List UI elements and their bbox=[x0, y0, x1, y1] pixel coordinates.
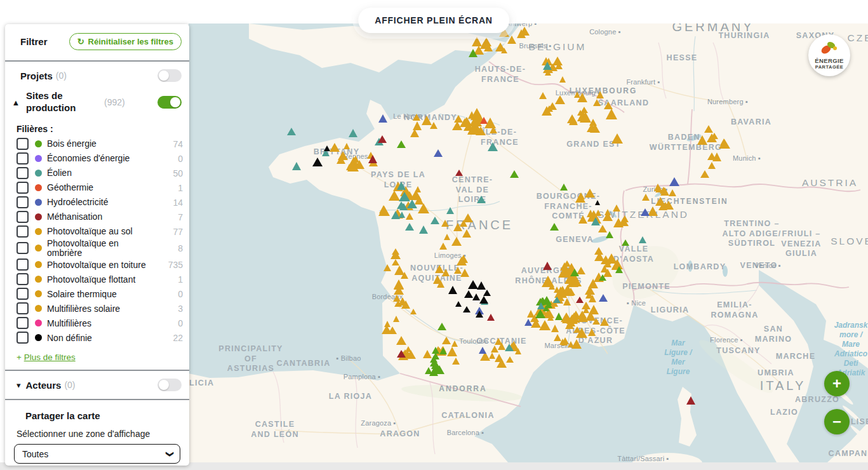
site-marker[interactable] bbox=[531, 319, 541, 328]
site-marker[interactable] bbox=[488, 142, 498, 151]
site-marker[interactable] bbox=[543, 62, 552, 70]
filiere-checkbox[interactable] bbox=[17, 152, 29, 164]
site-marker[interactable] bbox=[553, 297, 561, 303]
site-marker[interactable] bbox=[563, 298, 571, 306]
site-marker[interactable] bbox=[590, 124, 600, 133]
site-marker[interactable] bbox=[618, 217, 629, 226]
site-marker[interactable] bbox=[394, 280, 404, 290]
site-marker[interactable] bbox=[324, 145, 330, 151]
site-marker[interactable] bbox=[454, 115, 463, 123]
site-marker[interactable] bbox=[379, 205, 388, 213]
site-marker[interactable] bbox=[463, 213, 473, 222]
site-marker[interactable] bbox=[594, 247, 603, 255]
actors-row[interactable]: ▾ Acteurs (0) bbox=[5, 371, 189, 399]
site-marker[interactable] bbox=[455, 301, 462, 307]
site-marker[interactable] bbox=[611, 133, 623, 144]
site-marker[interactable] bbox=[527, 310, 535, 318]
fullscreen-button[interactable]: AFFICHER PLEIN ÉCRAN bbox=[358, 8, 509, 33]
site-marker[interactable] bbox=[596, 91, 604, 98]
site-marker[interactable] bbox=[455, 170, 463, 176]
filiere-checkbox[interactable] bbox=[17, 196, 29, 208]
site-marker[interactable] bbox=[444, 234, 450, 240]
site-marker[interactable] bbox=[397, 201, 406, 209]
filiere-row[interactable]: Photovoltaïque flottant1 bbox=[17, 272, 183, 286]
site-marker[interactable] bbox=[510, 170, 519, 178]
zoom-in-button[interactable]: + bbox=[824, 371, 850, 396]
site-marker[interactable] bbox=[435, 265, 444, 273]
site-marker[interactable] bbox=[442, 337, 451, 344]
filiere-checkbox[interactable] bbox=[17, 167, 29, 179]
site-marker[interactable] bbox=[563, 260, 571, 267]
reset-filters-button[interactable]: ↻ Réinitialiser les filtres bbox=[69, 33, 182, 50]
site-marker[interactable] bbox=[472, 293, 480, 300]
site-marker[interactable] bbox=[396, 336, 406, 345]
site-marker[interactable] bbox=[394, 265, 404, 275]
site-marker[interactable] bbox=[477, 281, 486, 290]
site-marker[interactable] bbox=[560, 184, 568, 191]
filiere-checkbox[interactable] bbox=[17, 242, 29, 254]
site-marker[interactable] bbox=[378, 114, 387, 123]
projects-toggle[interactable] bbox=[157, 69, 182, 82]
filiere-row[interactable]: Photovoltaïque au sol77 bbox=[17, 224, 183, 239]
site-marker[interactable] bbox=[397, 182, 406, 190]
site-marker[interactable] bbox=[580, 112, 591, 123]
site-marker[interactable] bbox=[577, 192, 585, 199]
site-marker[interactable] bbox=[384, 264, 391, 271]
site-marker[interactable] bbox=[606, 109, 617, 119]
site-marker[interactable] bbox=[588, 328, 596, 336]
more-filters-link[interactable]: + Plus de filtres bbox=[5, 345, 189, 362]
site-marker[interactable] bbox=[368, 155, 377, 163]
site-marker[interactable] bbox=[555, 95, 565, 104]
site-marker[interactable] bbox=[570, 269, 579, 276]
site-marker[interactable] bbox=[599, 294, 608, 302]
site-marker[interactable] bbox=[460, 269, 469, 277]
site-marker[interactable] bbox=[480, 117, 488, 124]
site-marker[interactable] bbox=[589, 295, 596, 302]
site-marker[interactable] bbox=[405, 346, 411, 352]
site-marker[interactable] bbox=[434, 149, 443, 157]
site-marker[interactable] bbox=[622, 239, 629, 246]
filiere-checkbox[interactable] bbox=[17, 302, 29, 314]
site-marker[interactable] bbox=[517, 29, 526, 38]
site-marker[interactable] bbox=[708, 162, 716, 169]
site-marker[interactable] bbox=[418, 203, 429, 213]
site-marker[interactable] bbox=[419, 225, 428, 234]
site-marker[interactable] bbox=[469, 49, 477, 57]
site-marker[interactable] bbox=[505, 344, 514, 351]
site-marker[interactable] bbox=[405, 223, 414, 231]
site-marker[interactable] bbox=[391, 250, 401, 259]
site-marker[interactable] bbox=[543, 262, 552, 270]
site-marker[interactable] bbox=[654, 184, 662, 191]
filiere-row[interactable]: Éolien50 bbox=[17, 166, 183, 180]
site-marker[interactable] bbox=[697, 135, 707, 145]
site-marker[interactable] bbox=[398, 297, 407, 306]
site-marker[interactable] bbox=[439, 347, 447, 354]
site-marker[interactable] bbox=[476, 311, 483, 318]
site-marker[interactable] bbox=[410, 129, 419, 137]
site-marker[interactable] bbox=[555, 312, 563, 320]
site-marker[interactable] bbox=[613, 205, 620, 211]
filiere-checkbox[interactable] bbox=[17, 225, 29, 238]
site-marker[interactable] bbox=[495, 338, 502, 345]
filiere-row[interactable]: Photovoltaïque en toiture735 bbox=[17, 257, 183, 272]
filiere-row[interactable]: Multifilières0 bbox=[17, 316, 183, 330]
site-marker[interactable] bbox=[589, 305, 599, 314]
site-marker[interactable] bbox=[599, 274, 606, 281]
site-marker[interactable] bbox=[606, 253, 617, 264]
site-marker[interactable] bbox=[413, 114, 420, 121]
filiere-row[interactable]: Géothermie1 bbox=[17, 180, 183, 195]
site-marker[interactable] bbox=[711, 133, 718, 139]
site-marker[interactable] bbox=[347, 161, 359, 171]
site-marker[interactable] bbox=[349, 129, 357, 137]
site-marker[interactable] bbox=[604, 209, 611, 215]
site-marker[interactable] bbox=[483, 290, 491, 296]
site-marker[interactable] bbox=[639, 236, 646, 243]
site-marker[interactable] bbox=[378, 135, 387, 143]
filiere-row[interactable]: Photovoltaïque en ombrière8 bbox=[17, 239, 183, 257]
site-marker[interactable] bbox=[429, 368, 438, 376]
site-marker[interactable] bbox=[432, 352, 439, 359]
site-marker[interactable] bbox=[382, 325, 392, 334]
site-marker[interactable] bbox=[669, 177, 679, 186]
sites-toggle[interactable] bbox=[157, 96, 182, 109]
site-marker[interactable] bbox=[312, 158, 323, 166]
